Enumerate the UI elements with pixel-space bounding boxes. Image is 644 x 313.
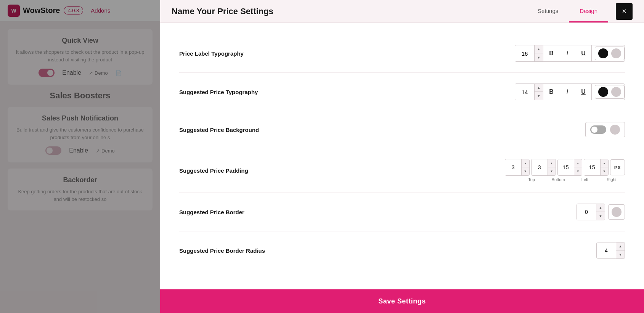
suggested-price-typo-box: ▲ ▼ B I U — [515, 83, 625, 100]
modal-body: Price Label Typography ▲ ▼ B I U — [160, 23, 644, 289]
price-label-color-light-swatch[interactable] — [611, 48, 621, 58]
price-label-typography-control: ▲ ▼ B I U — [515, 45, 625, 62]
tab-settings[interactable]: Settings — [527, 0, 569, 22]
padding-left-input[interactable] — [558, 159, 574, 175]
padding-axis-labels: Top Bottom Left Right — [520, 177, 625, 182]
suggested-price-size-down[interactable]: ▼ — [535, 92, 543, 100]
modal-title: Name Your Price Settings — [172, 6, 527, 16]
radius-input[interactable] — [597, 242, 616, 258]
border-up[interactable]: ▲ — [596, 204, 605, 212]
border-control-box: ▲ ▼ — [577, 204, 625, 220]
price-label-size-input[interactable] — [515, 45, 534, 61]
border-color-swatch[interactable] — [612, 207, 622, 217]
suggested-price-color-pair — [595, 85, 625, 99]
padding-bottom-field: ▲ ▼ — [531, 159, 556, 176]
suggested-price-padding-label: Suggested Price Padding — [179, 167, 505, 174]
suggested-price-size-spinners: ▲ ▼ — [534, 84, 543, 100]
save-settings-label: Save Settings — [378, 297, 426, 305]
price-label-size-wrapper: ▲ ▼ — [515, 45, 543, 61]
suggested-price-size-up[interactable]: ▲ — [535, 84, 543, 92]
padding-top-input[interactable] — [505, 159, 521, 175]
modal-header: Name Your Price Settings Settings Design… — [160, 0, 644, 23]
border-spinners: ▲ ▼ — [596, 204, 605, 220]
modal-panel: Name Your Price Settings Settings Design… — [160, 0, 644, 313]
suggested-price-bold-button[interactable]: B — [543, 84, 559, 100]
radius-down[interactable]: ▼ — [616, 250, 625, 258]
price-label-size-down[interactable]: ▼ — [535, 53, 543, 61]
modal-overlay[interactable] — [0, 0, 160, 313]
suggested-price-typography-label: Suggested Price Typography — [179, 89, 515, 95]
border-value-input[interactable] — [577, 204, 596, 220]
suggested-price-border-label: Suggested Price Border — [179, 209, 577, 215]
suggested-price-background-label: Suggested Price Background — [179, 127, 585, 133]
suggested-price-bg-color-swatch[interactable] — [610, 125, 620, 135]
price-label-size-up[interactable]: ▲ — [535, 45, 543, 53]
suggested-price-size-wrapper: ▲ ▼ — [515, 84, 543, 100]
price-label-color-pair — [595, 47, 625, 60]
padding-right-up[interactable]: ▲ — [601, 159, 608, 167]
padding-left-down[interactable]: ▼ — [574, 167, 582, 175]
padding-control-box: ▲ ▼ ▲ ▼ — [505, 159, 625, 182]
suggested-price-bg-toggle-box — [585, 122, 625, 137]
suggested-price-border-radius-control: ▲ ▼ — [596, 242, 625, 259]
padding-inputs: ▲ ▼ ▲ ▼ — [505, 159, 625, 176]
padding-bottom-down[interactable]: ▼ — [548, 167, 556, 175]
suggested-price-background-row: Suggested Price Background — [179, 111, 625, 148]
radius-up[interactable]: ▲ — [616, 242, 625, 250]
padding-left-up[interactable]: ▲ — [574, 159, 582, 167]
padding-right-input[interactable] — [584, 159, 600, 175]
suggested-price-color-dark-swatch[interactable] — [598, 87, 608, 97]
padding-left-axis-label: Left — [573, 177, 597, 182]
padding-unit-label: PX — [610, 159, 625, 175]
suggested-price-border-radius-row: Suggested Price Border Radius ▲ ▼ — [179, 231, 625, 270]
suggested-price-border-control: ▲ ▼ — [577, 204, 625, 220]
padding-bottom-up[interactable]: ▲ — [548, 159, 556, 167]
typo-divider-2 — [591, 45, 592, 61]
suggested-price-padding-row: Suggested Price Padding ▲ ▼ — [179, 148, 625, 193]
padding-right-axis-label: Right — [600, 177, 623, 182]
padding-right-spinners: ▲ ▼ — [600, 159, 608, 175]
close-icon: × — [622, 7, 626, 16]
tab-design[interactable]: Design — [569, 0, 608, 22]
suggested-price-typography-row: Suggested Price Typography ▲ ▼ B I U — [179, 73, 625, 111]
padding-right-down[interactable]: ▼ — [601, 167, 608, 175]
price-label-typography-label: Price Label Typography — [179, 50, 515, 57]
suggested-price-color-light-swatch[interactable] — [611, 87, 621, 97]
suggested-price-padding-control: ▲ ▼ ▲ ▼ — [505, 159, 625, 182]
price-label-typography-row: Price Label Typography ▲ ▼ B I U — [179, 34, 625, 73]
suggested-price-background-control — [585, 122, 625, 137]
padding-bottom-spinners: ▲ ▼ — [548, 159, 556, 175]
suggested-price-size-input[interactable] — [515, 84, 534, 100]
suggested-price-typography-control: ▲ ▼ B I U — [515, 83, 625, 100]
suggested-price-border-row: Suggested Price Border ▲ ▼ — [179, 193, 625, 231]
padding-top-up[interactable]: ▲ — [522, 159, 529, 167]
border-color-swatch-box — [608, 204, 625, 220]
padding-bottom-axis-label: Bottom — [546, 177, 570, 182]
border-down[interactable]: ▼ — [596, 212, 605, 220]
typo-divider-4 — [591, 84, 592, 100]
padding-top-spinners: ▲ ▼ — [521, 159, 529, 175]
padding-top-field: ▲ ▼ — [505, 159, 530, 176]
padding-left-field: ▲ ▼ — [557, 159, 582, 176]
padding-right-field: ▲ ▼ — [584, 159, 609, 176]
padding-bottom-input[interactable] — [532, 159, 548, 175]
border-value-field: ▲ ▼ — [577, 204, 605, 220]
suggested-price-border-radius-label: Suggested Price Border Radius — [179, 247, 596, 254]
padding-top-down[interactable]: ▼ — [522, 167, 529, 175]
price-label-bold-button[interactable]: B — [543, 45, 559, 61]
modal-close-button[interactable]: × — [616, 3, 633, 20]
suggested-price-bg-toggle[interactable] — [590, 125, 606, 134]
radius-field: ▲ ▼ — [596, 242, 625, 259]
price-label-italic-button[interactable]: I — [559, 45, 575, 61]
padding-left-spinners: ▲ ▼ — [574, 159, 582, 175]
price-label-size-spinners: ▲ ▼ — [534, 45, 543, 61]
price-label-underline-button[interactable]: U — [575, 45, 591, 61]
price-label-color-dark-swatch[interactable] — [598, 48, 608, 58]
suggested-price-italic-button[interactable]: I — [559, 84, 575, 100]
suggested-price-underline-button[interactable]: U — [575, 84, 591, 100]
modal-tabs: Settings Design — [527, 0, 608, 22]
save-settings-bar[interactable]: Save Settings — [160, 289, 644, 313]
padding-top-axis-label: Top — [520, 177, 543, 182]
radius-spinners: ▲ ▼ — [616, 242, 625, 258]
price-label-typo-box: ▲ ▼ B I U — [515, 45, 625, 62]
